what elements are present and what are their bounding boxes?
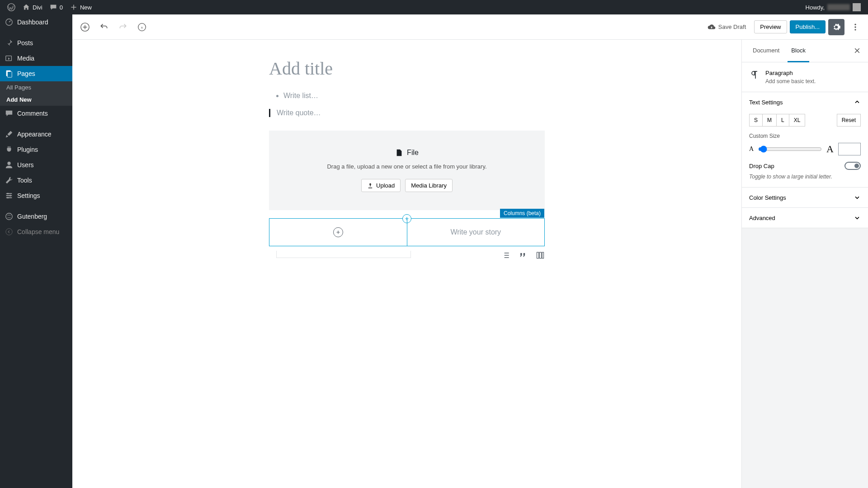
svg-point-8 (7, 197, 9, 199)
svg-point-15 (854, 29, 856, 30)
sidebar-item-comments[interactable]: Comments (0, 106, 72, 121)
insert-columns-button[interactable] (536, 251, 545, 260)
publish-button[interactable]: Publish... (790, 20, 826, 33)
tab-block[interactable]: Block (788, 40, 809, 62)
comments-count: 0 (60, 4, 63, 11)
info-button[interactable] (134, 19, 150, 35)
wp-logo[interactable] (4, 0, 19, 14)
file-block-title: File (407, 149, 419, 157)
drop-cap-description: Toggle to show a large initial letter. (749, 174, 861, 180)
list-item-placeholder[interactable]: Write list… (283, 92, 545, 100)
columns-block[interactable]: Columns (beta) Write your story (269, 218, 545, 246)
plus-circle-icon (80, 22, 90, 32)
editor: Save Draft Preview Publish... Add title … (72, 14, 868, 488)
panel-text-settings: Text Settings S M L XL Reset Custom Size… (742, 92, 868, 188)
save-draft-label: Save Draft (718, 23, 746, 30)
font-size-s[interactable]: S (749, 114, 763, 127)
editor-canvas[interactable]: Add title Write list… Write quote… File … (72, 40, 741, 488)
comments-link[interactable]: 0 (46, 0, 66, 14)
user-icon (5, 161, 14, 169)
sidebar-item-dashboard[interactable]: Dashboard (0, 14, 72, 30)
columns-icon (536, 251, 545, 260)
sidebar-item-gutenberg[interactable]: Gutenberg (0, 209, 72, 224)
block-name: Paragraph (765, 70, 816, 76)
sidebar-item-plugins[interactable]: Plugins (0, 142, 72, 157)
save-draft-button[interactable]: Save Draft (702, 20, 751, 34)
redo-button[interactable] (115, 19, 131, 35)
tab-document[interactable]: Document (749, 40, 783, 62)
font-size-xl[interactable]: XL (789, 114, 806, 127)
chevron-down-icon (854, 214, 861, 221)
sidebar-item-label: Settings (17, 192, 40, 199)
sidebar-item-label: Tools (17, 177, 32, 184)
panel-advanced: Advanced (742, 208, 868, 228)
svg-point-10 (6, 229, 12, 235)
column-placeholder[interactable]: Write your story (450, 228, 501, 236)
dashboard-icon (5, 18, 14, 26)
quote-block[interactable]: Write quote… (269, 109, 545, 117)
sidebar-sub-add-new[interactable]: Add New (0, 94, 72, 106)
plus-icon (70, 4, 77, 11)
insert-quote-button[interactable] (519, 251, 528, 260)
plus-icon (335, 230, 341, 235)
media-library-button[interactable]: Media Library (405, 179, 453, 192)
sidebar-item-pages[interactable]: Pages (0, 66, 72, 81)
undo-button[interactable] (96, 19, 112, 35)
sidebar-item-settings[interactable]: Settings (0, 188, 72, 203)
preview-button[interactable]: Preview (754, 20, 787, 33)
site-name-link[interactable]: Divi (19, 0, 46, 14)
column-add-button[interactable] (333, 227, 343, 237)
column-2[interactable]: Write your story (407, 219, 545, 246)
sidebar-item-label: Dashboard (17, 19, 48, 26)
column-1[interactable] (269, 219, 407, 246)
new-content-link[interactable]: New (66, 0, 95, 14)
font-size-l[interactable]: L (777, 114, 789, 127)
sidebar-item-label: Collapse menu (17, 228, 59, 235)
pin-icon (5, 39, 14, 47)
sidebar-sub-all-pages[interactable]: All Pages (0, 81, 72, 94)
redo-icon (118, 23, 127, 32)
upload-icon (367, 183, 373, 189)
post-title-input[interactable]: Add title (269, 58, 545, 79)
account-link[interactable]: Howdy, (802, 0, 864, 14)
ellipsis-vertical-icon (851, 23, 860, 32)
custom-size-slider[interactable] (758, 145, 822, 153)
upload-label: Upload (376, 182, 395, 189)
sidebar-item-media[interactable]: Media (0, 51, 72, 66)
sidebar-item-tools[interactable]: Tools (0, 173, 72, 188)
insert-list-button[interactable] (501, 251, 510, 260)
sidebar-item-users[interactable]: Users (0, 157, 72, 173)
drop-cap-label: Drop Cap (749, 163, 774, 169)
sidebar-item-appearance[interactable]: Appearance (0, 127, 72, 142)
sidebar-item-collapse[interactable]: Collapse menu (0, 224, 72, 239)
panel-color-settings-toggle[interactable]: Color Settings (742, 188, 868, 207)
panel-advanced-toggle[interactable]: Advanced (742, 208, 868, 228)
custom-size-input[interactable] (838, 143, 861, 155)
font-size-reset[interactable]: Reset (837, 114, 861, 127)
admin-sidebar: Dashboard Posts Media Pages All Pages Ad… (0, 14, 72, 488)
more-menu-button[interactable] (847, 19, 863, 35)
font-size-m[interactable]: M (763, 114, 777, 127)
list-icon (501, 251, 510, 260)
drop-cap-toggle[interactable] (844, 162, 861, 170)
svg-point-5 (7, 162, 10, 165)
panel-text-settings-toggle[interactable]: Text Settings (742, 92, 868, 112)
sidebar-item-posts[interactable]: Posts (0, 35, 72, 51)
comment-icon (5, 109, 14, 117)
sidebar-item-label: Comments (17, 110, 48, 117)
svg-rect-16 (537, 252, 539, 258)
block-description: Add some basic text. (765, 78, 816, 84)
svg-point-6 (7, 193, 9, 195)
gutenberg-icon (5, 212, 14, 221)
add-block-button[interactable] (77, 19, 93, 35)
a-small-icon: A (749, 145, 754, 153)
chevron-down-icon (854, 194, 861, 201)
file-block[interactable]: File Drag a file, upload a new one or se… (269, 131, 545, 210)
wrench-icon (5, 176, 14, 184)
sliders-icon (5, 192, 14, 200)
sidebar-item-label: Gutenberg (17, 213, 47, 220)
settings-toggle-button[interactable] (828, 19, 844, 35)
upload-button[interactable]: Upload (361, 179, 401, 192)
close-inspector-button[interactable] (852, 45, 863, 56)
list-block[interactable]: Write list… (269, 92, 545, 100)
